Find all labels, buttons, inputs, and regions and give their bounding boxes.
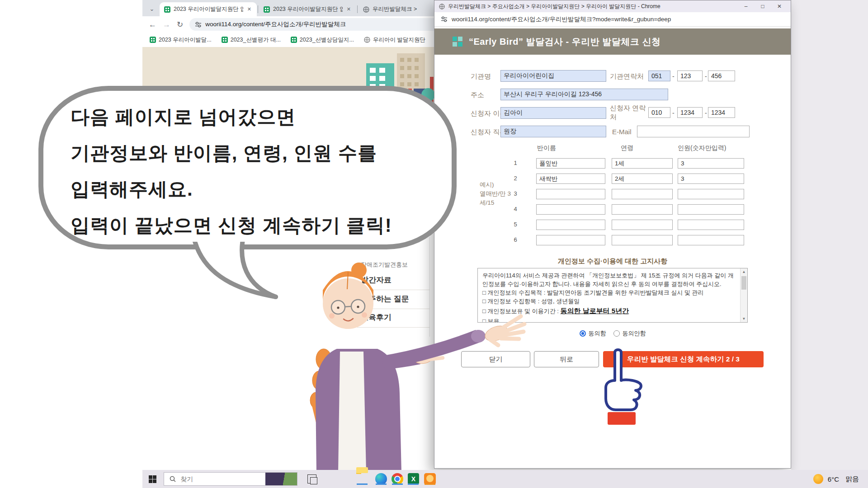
forward-icon[interactable]: → xyxy=(163,21,170,28)
class-count-input-2[interactable] xyxy=(678,174,744,184)
class-count-input-6[interactable] xyxy=(678,235,744,245)
agree-radio-selected[interactable] xyxy=(580,330,586,337)
browser-tab-1[interactable]: 2023 우리아이발달지원단 업무 ✕ xyxy=(160,2,257,16)
file-explorer-icon[interactable] xyxy=(356,473,368,485)
maximize-icon[interactable]: □ xyxy=(756,3,769,9)
class-name-input-5[interactable] xyxy=(536,220,605,230)
taskbar-search[interactable] xyxy=(164,472,297,486)
speech-bubble: 다음 페이지로 넘어갔으면 기관정보와 반이름, 연령, 인원 수를 입력해주세… xyxy=(38,86,457,249)
org-name-input[interactable] xyxy=(500,70,606,82)
class-age-input-1[interactable] xyxy=(612,158,673,169)
bookmark-item[interactable]: 2023_선별평가 대... xyxy=(222,36,281,44)
desktop-background xyxy=(791,0,868,470)
excel-icon[interactable]: X xyxy=(408,473,420,485)
class-name-input-2[interactable] xyxy=(536,174,605,184)
tune-icon xyxy=(195,21,202,28)
sheets-favicon xyxy=(150,37,156,43)
class-age-input-4[interactable] xyxy=(612,204,673,215)
org-phone-input-2[interactable] xyxy=(677,70,703,81)
bookmark-item[interactable]: 2023_선별상담일지... xyxy=(291,36,354,44)
bookmark-label: 2023_선별평가 대... xyxy=(231,36,281,44)
taskbar: X 6°C 맑음 xyxy=(142,470,868,488)
search-highlight-image[interactable] xyxy=(265,473,297,485)
address-bar[interactable]: woorii114.org/content/주요사업소개/우리반발달체크 xyxy=(189,18,453,31)
popup-window-title: 우리반발달체크 > 주요사업소개 > 우리아이발달지원단 > 우리아이 발달지원… xyxy=(448,3,736,10)
speech-line: 입력해주세요. xyxy=(71,171,438,207)
applicant-title-input[interactable] xyxy=(500,126,606,137)
applicant-phone-input-2[interactable] xyxy=(677,107,703,118)
weather-condition[interactable]: 맑음 xyxy=(845,475,859,483)
applicant-name-input[interactable] xyxy=(500,107,606,119)
bookmark-label: 우리아이 발달지원단 xyxy=(373,36,425,44)
org-phone-input-1[interactable] xyxy=(648,70,670,81)
privacy-retention-emphasis: 동의한 날로부터 5년간 xyxy=(561,307,629,314)
row-number: 3 xyxy=(511,190,519,197)
org-phone-label: 기관연락처 xyxy=(610,72,644,81)
row-number: 6 xyxy=(511,236,519,243)
class-name-header: 반이름 xyxy=(537,144,556,152)
reload-icon[interactable]: ↻ xyxy=(177,21,183,28)
agree-label: 동의함 xyxy=(589,329,606,338)
disagree-radio[interactable] xyxy=(613,330,620,337)
globe-icon xyxy=(439,4,445,9)
address-label: 주소 xyxy=(471,91,484,99)
class-count-input-3[interactable] xyxy=(678,189,744,199)
bookmark-label: 2023 우리아이발달... xyxy=(159,36,212,44)
email-input[interactable] xyxy=(637,126,750,137)
tab-label: 2023 우리아이발달지원단 업무 xyxy=(174,5,243,13)
tab-close-icon[interactable]: ✕ xyxy=(346,6,352,12)
class-count-input-5[interactable] xyxy=(678,220,744,230)
email-label: E-Mail xyxy=(612,128,632,136)
edge-icon[interactable] xyxy=(375,473,387,485)
popup-url-text: woorii114.org/content/주요사업소개/우리반발달체크?mod… xyxy=(452,15,671,23)
class-age-input-6[interactable] xyxy=(612,235,673,245)
scroll-down-icon[interactable]: ▼ xyxy=(741,315,747,322)
row-number: 5 xyxy=(511,221,519,228)
scrollbar-thumb[interactable] xyxy=(741,276,746,290)
class-age-input-3[interactable] xyxy=(612,189,673,199)
class-name-input-1[interactable] xyxy=(536,158,605,169)
sheets-favicon xyxy=(164,6,170,13)
scrollbar[interactable]: ▲ ▼ xyxy=(740,268,747,322)
task-view-icon[interactable] xyxy=(307,474,316,483)
applicant-phone-input-3[interactable] xyxy=(708,107,735,118)
popup-address-bar[interactable]: woorii114.org/content/주요사업소개/우리반발달체크?mod… xyxy=(434,12,791,27)
disagree-label: 동의안함 xyxy=(623,329,646,338)
weather-temp[interactable]: 6°C xyxy=(828,475,839,483)
class-count-input-1[interactable] xyxy=(678,158,744,169)
presentation-app-icon[interactable] xyxy=(424,473,436,485)
minimize-icon[interactable]: – xyxy=(739,3,753,9)
row-number: 2 xyxy=(511,175,519,182)
bookmark-item[interactable]: 우리아이 발달지원단 xyxy=(364,36,425,44)
class-name-input-6[interactable] xyxy=(536,235,605,245)
scroll-up-icon[interactable]: ▲ xyxy=(741,268,747,275)
class-name-input-4[interactable] xyxy=(536,204,605,215)
weather-sun-icon[interactable] xyxy=(813,474,823,484)
search-input[interactable] xyxy=(179,475,249,483)
grid-logo-icon xyxy=(453,37,462,47)
tune-icon xyxy=(441,16,448,23)
class-count-input-4[interactable] xyxy=(678,204,744,215)
guide-character-illustration xyxy=(271,258,552,472)
applicant-phone-input-1[interactable] xyxy=(648,107,670,118)
sheets-favicon xyxy=(264,6,270,13)
back-icon[interactable]: ← xyxy=(149,21,156,28)
class-age-input-5[interactable] xyxy=(612,220,673,230)
org-phone-input-3[interactable] xyxy=(708,70,735,81)
start-button-icon[interactable] xyxy=(149,475,156,483)
browser-tab-2[interactable]: 2023 우리아이발달지원단 업무 ✕ xyxy=(259,2,356,16)
globe-icon xyxy=(364,37,370,43)
form-title: “Early Bird” 발달검사 - 우리반 발달체크 신청 xyxy=(469,36,660,48)
address-input[interactable] xyxy=(500,89,668,100)
class-age-input-2[interactable] xyxy=(612,174,673,184)
tab-search-chevron-icon[interactable]: ⌄ xyxy=(146,3,158,14)
chrome-icon[interactable] xyxy=(392,473,403,485)
popup-titlebar[interactable]: 우리반발달체크 > 주요사업소개 > 우리아이발달지원단 > 우리아이 발달지원… xyxy=(434,0,791,12)
tab-close-icon[interactable]: ✕ xyxy=(246,6,252,12)
class-name-input-3[interactable] xyxy=(536,189,605,199)
row-number: 4 xyxy=(511,206,519,212)
bookmark-item[interactable]: 2023 우리아이발달... xyxy=(150,36,212,44)
close-icon[interactable]: ✕ xyxy=(773,3,786,9)
sheets-favicon xyxy=(222,37,228,43)
dash: - xyxy=(705,109,707,117)
